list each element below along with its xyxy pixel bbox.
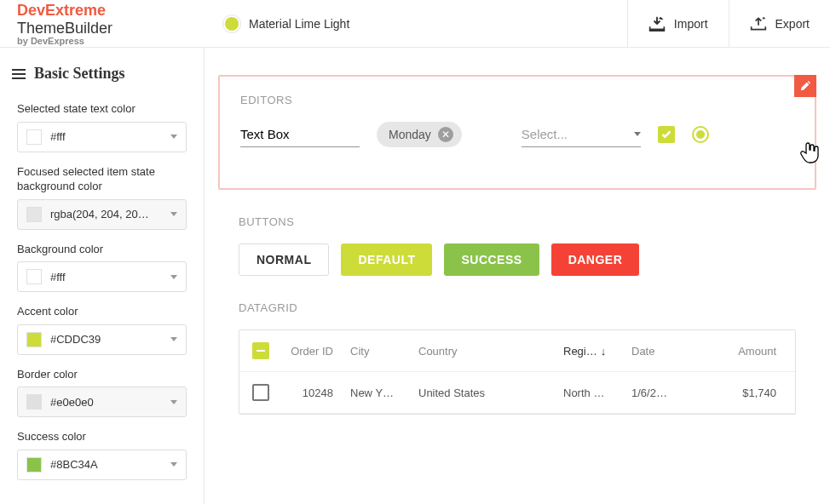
chip-label: Monday bbox=[389, 128, 431, 141]
export-icon bbox=[750, 16, 767, 32]
sidebar-header[interactable]: Basic Settings bbox=[0, 48, 204, 94]
chip-remove-icon[interactable]: ✕ bbox=[438, 127, 453, 142]
field-label: Focused selected item state background c… bbox=[17, 164, 187, 194]
datagrid: Order ID City Country Regi…↓ Date Amount… bbox=[239, 329, 796, 415]
color-value: #fff bbox=[50, 130, 164, 143]
chevron-down-icon bbox=[634, 132, 641, 136]
editors-panel: EDITORS Monday ✕ Select... bbox=[218, 75, 816, 190]
radio-demo[interactable] bbox=[692, 126, 709, 143]
chevron-down-icon bbox=[170, 462, 177, 467]
chevron-down-icon bbox=[170, 212, 177, 216]
color-swatch bbox=[26, 457, 42, 472]
brand-accent: DevExtreme bbox=[17, 2, 106, 19]
import-label: Import bbox=[674, 17, 708, 31]
sort-desc-icon: ↓ bbox=[601, 345, 607, 358]
col-amount[interactable]: Amount bbox=[683, 333, 795, 369]
field-group: Success color#8BC34A bbox=[0, 422, 204, 485]
tag-chip[interactable]: Monday ✕ bbox=[377, 122, 462, 147]
top-actions: Import Export bbox=[627, 0, 830, 48]
color-swatch bbox=[26, 332, 42, 347]
brand-title: DevExtreme ThemeBuilder bbox=[17, 2, 187, 37]
col-country[interactable]: Country bbox=[410, 333, 555, 369]
table-row[interactable]: 10248 New Y… United States North … 1/6/2… bbox=[239, 372, 795, 414]
color-value: #fff bbox=[50, 271, 164, 284]
edit-section-button[interactable] bbox=[794, 75, 816, 97]
color-swatch bbox=[26, 269, 42, 284]
field-group: Border color#e0e0e0 bbox=[0, 360, 204, 423]
buttons-title: BUTTONS bbox=[239, 215, 796, 228]
color-value: #e0e0e0 bbox=[50, 396, 164, 409]
danger-button[interactable]: DANGER bbox=[551, 243, 640, 276]
select-placeholder: Select... bbox=[522, 127, 627, 141]
field-label: Success color bbox=[17, 429, 187, 444]
checkbox-demo[interactable] bbox=[658, 126, 675, 143]
selectbox-demo[interactable]: Select... bbox=[522, 122, 641, 147]
import-button[interactable]: Import bbox=[627, 0, 729, 48]
radio-dot-icon bbox=[696, 130, 705, 139]
theme-indicator[interactable]: Material Lime Light bbox=[205, 17, 370, 31]
field-label: Border color bbox=[17, 367, 187, 382]
sidebar: Basic Settings Selected state text color… bbox=[0, 48, 205, 504]
color-picker[interactable]: #fff bbox=[17, 261, 187, 292]
field-group: Accent color#CDDC39 bbox=[0, 297, 204, 360]
cell-amount: $1,740 bbox=[683, 375, 795, 411]
pencil-icon bbox=[799, 80, 811, 92]
sidebar-title: Basic Settings bbox=[34, 65, 125, 83]
chevron-down-icon bbox=[170, 337, 177, 341]
cell-country: United States bbox=[410, 375, 555, 411]
cell-date: 1/6/2… bbox=[623, 375, 683, 411]
field-label: Selected state text color bbox=[17, 101, 187, 117]
export-label: Export bbox=[775, 17, 810, 31]
field-label: Background color bbox=[17, 242, 187, 257]
cell-region: North … bbox=[555, 375, 623, 411]
row-checkbox[interactable] bbox=[252, 384, 269, 401]
color-value: #8BC34A bbox=[50, 458, 164, 471]
color-value: #CDDC39 bbox=[50, 333, 164, 346]
brand: DevExtreme ThemeBuilder by DevExpress bbox=[0, 0, 205, 53]
col-city[interactable]: City bbox=[342, 333, 410, 369]
color-picker[interactable]: #e0e0e0 bbox=[17, 387, 187, 417]
textbox-demo[interactable] bbox=[240, 122, 360, 147]
field-label: Accent color bbox=[17, 304, 187, 319]
color-swatch bbox=[26, 207, 42, 222]
datagrid-section: DATAGRID Order ID City Country Regi…↓ Da… bbox=[218, 301, 816, 415]
check-icon bbox=[660, 129, 672, 140]
export-button[interactable]: Export bbox=[729, 0, 830, 48]
grid-header-row: Order ID City Country Regi…↓ Date Amount bbox=[239, 330, 795, 372]
default-button[interactable]: DEFAULT bbox=[341, 243, 432, 276]
chevron-down-icon bbox=[170, 135, 177, 139]
theme-color-dot bbox=[225, 17, 239, 31]
brand-rest: ThemeBuilder bbox=[17, 20, 112, 37]
topbar: DevExtreme ThemeBuilder by DevExpress Ma… bbox=[0, 0, 830, 48]
col-region[interactable]: Regi…↓ bbox=[555, 333, 623, 369]
color-swatch bbox=[26, 394, 42, 410]
color-picker[interactable]: #CDDC39 bbox=[17, 324, 187, 355]
editors-title: EDITORS bbox=[240, 94, 794, 106]
col-order-id[interactable]: Order ID bbox=[282, 333, 342, 369]
cell-order-id: 10248 bbox=[282, 375, 342, 411]
field-group: Focused selected item state background c… bbox=[0, 158, 204, 235]
success-button[interactable]: SUCCESS bbox=[444, 243, 539, 276]
color-value: rgba(204, 204, 20… bbox=[50, 208, 164, 220]
import-icon bbox=[648, 16, 666, 32]
main: EDITORS Monday ✕ Select... BUT bbox=[205, 48, 830, 504]
normal-button[interactable]: NORMAL bbox=[239, 243, 329, 276]
color-picker[interactable]: rgba(204, 204, 20… bbox=[17, 199, 187, 230]
datagrid-title: DATAGRID bbox=[239, 301, 796, 314]
chevron-down-icon bbox=[170, 275, 177, 279]
field-group: Selected state text color#fff bbox=[0, 94, 204, 158]
color-picker[interactable]: #fff bbox=[17, 122, 187, 152]
cell-city: New Y… bbox=[342, 375, 410, 411]
color-swatch bbox=[26, 129, 42, 145]
hamburger-icon bbox=[12, 69, 26, 79]
color-picker[interactable]: #8BC34A bbox=[17, 450, 187, 480]
chevron-down-icon bbox=[170, 400, 177, 404]
select-all-checkbox[interactable] bbox=[252, 342, 269, 359]
field-group: Background color#fff bbox=[0, 235, 204, 298]
buttons-section: BUTTONS NORMAL DEFAULT SUCCESS DANGER bbox=[218, 215, 816, 276]
theme-name: Material Lime Light bbox=[249, 17, 349, 31]
col-date[interactable]: Date bbox=[623, 333, 683, 369]
